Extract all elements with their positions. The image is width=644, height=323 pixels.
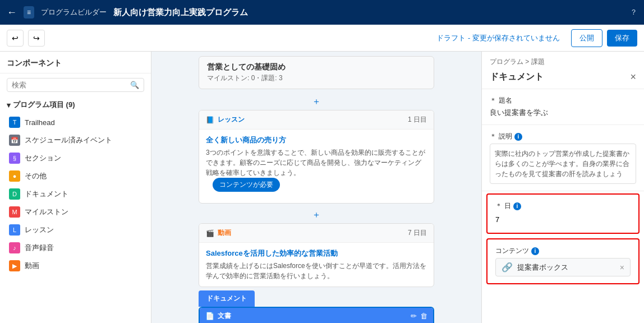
lesson-card: 📘 レッスン 1 日目 全く新しい商品の売り方 3つのポイントを意識することで、… xyxy=(199,110,434,204)
content-needed-button[interactable]: コンテンツが必要 xyxy=(213,178,280,192)
day-required: ＊ xyxy=(495,201,502,211)
day-info-icon[interactable]: i xyxy=(513,202,521,210)
milestone-icon: M xyxy=(9,206,20,218)
breadcrumb-link[interactable]: プログラム > 課題 xyxy=(490,58,545,66)
day-field: ＊ 日 i xyxy=(486,193,640,234)
video-desc: 営業成績を上げるにはSalesforceを使い倒すことが早道です。活用方法を学ん… xyxy=(206,261,427,281)
sidebar-item-schedule[interactable]: 📅 スケジュール済みイベント xyxy=(0,131,151,149)
search-input[interactable] xyxy=(12,81,127,89)
lesson-icon: L xyxy=(9,224,20,236)
doc-type-icon: 📄 xyxy=(205,312,214,320)
video-header: 🎬 動画 7 日目 xyxy=(199,224,434,243)
search-container[interactable]: 🔍 xyxy=(7,78,144,92)
name-value: 良い提案書を学ぶ xyxy=(490,108,636,118)
audio-icon: ♪ xyxy=(9,242,20,253)
lesson-desc: 3つのポイントを意識することで、新しい商品を効果的に販売することができます。顧客… xyxy=(206,147,427,178)
desc-value: 実際に社内のトップ営業が作成した提案書からは多くのことが学べます。自身の業界に合… xyxy=(490,144,636,184)
name-label-text: ＊ xyxy=(490,96,496,105)
close-panel-button[interactable]: × xyxy=(630,71,636,83)
delete-icon[interactable]: 🗑 xyxy=(420,312,427,320)
add-after-milestone[interactable]: ＋ xyxy=(199,94,434,110)
doc-card-header: 📄 文書 ✏ 🗑 xyxy=(200,308,433,323)
sidebar-item-document[interactable]: D ドキュメント xyxy=(0,185,151,203)
help-button[interactable]: ？ xyxy=(630,7,637,17)
desc-required: ＊ xyxy=(490,132,496,141)
save-button[interactable]: 保存 xyxy=(607,30,637,47)
lesson-day-label: 1 日目 xyxy=(408,115,427,124)
day-input[interactable] xyxy=(495,213,631,226)
chevron-icon: ▾ xyxy=(7,101,11,109)
app-icon: ≡ xyxy=(24,6,34,19)
sidebar-item-lesson[interactable]: L レッスン xyxy=(0,221,151,239)
edit-icon[interactable]: ✏ xyxy=(411,312,417,320)
content-item-icon: 🔗 xyxy=(502,262,513,273)
sidebar-item-audio[interactable]: ♪ 音声録音 xyxy=(0,239,151,257)
sidebar-item-section[interactable]: § セクション xyxy=(0,149,151,167)
milestone-card-top: 営業としての基礎固め マイルストン: 0・課題: 3 xyxy=(199,56,434,89)
top-navigation: ← ≡ プログラムビルダー 新人向け営業力向上実践プログラム ？ xyxy=(0,0,644,25)
day-label: ＊ 日 i xyxy=(495,201,631,211)
app-name: プログラムビルダー xyxy=(41,7,107,17)
undo-button[interactable]: ↩ xyxy=(7,30,24,47)
back-button[interactable]: ← xyxy=(7,7,17,19)
sidebar-item-label: Trailhead xyxy=(25,118,55,127)
video-body: Salesforceを活用した効率的な営業活動 営業成績を上げるにはSalesf… xyxy=(199,243,434,287)
video-type-icon: 🎬 xyxy=(206,229,214,237)
lesson-type-icon: 📘 xyxy=(206,116,214,124)
video-icon: ▶ xyxy=(9,260,20,271)
content-label-main: コンテンツ xyxy=(495,246,529,256)
milestone-sub: マイルストン: 0・課題: 3 xyxy=(207,73,426,83)
video-day-label: 7 日目 xyxy=(408,228,427,238)
section-icon: § xyxy=(9,153,20,164)
rp-title: ドキュメント xyxy=(490,71,544,83)
sidebar-item-label: レッスン xyxy=(25,225,54,235)
sidebar-item-trailhead[interactable]: T Trailhead xyxy=(0,113,151,131)
lesson-body: 全く新しい商品の売り方 3つのポイントを意識することで、新しい商品を効果的に販売… xyxy=(199,130,434,203)
program-title: 新人向け営業力向上実践プログラム xyxy=(113,7,623,18)
draft-status: ドラフト - 変更が保存されていません xyxy=(436,33,560,43)
sidebar-item-label: ドキュメント xyxy=(25,189,68,199)
lesson-type-label: レッスン xyxy=(218,115,245,124)
video-title[interactable]: Salesforceを活用した効率的な営業活動 xyxy=(206,248,427,259)
sidebar-item-milestone[interactable]: M マイルストン xyxy=(0,203,151,221)
doc-header-actions: ✏ 🗑 xyxy=(411,312,427,320)
video-card: 🎬 動画 7 日目 Salesforceを活用した効率的な営業活動 営業成績を上… xyxy=(199,223,434,287)
lesson-title[interactable]: 全く新しい商品の売り方 xyxy=(206,135,427,145)
schedule-icon: 📅 xyxy=(9,135,20,146)
content-label: コンテンツ i xyxy=(495,246,631,256)
rp-header: ドキュメント × xyxy=(482,69,644,89)
sidebar-item-label: マイルストン xyxy=(25,207,68,217)
sidebar-item-video[interactable]: ▶ 動画 xyxy=(0,257,151,275)
content-inner: 営業としての基礎固め マイルストン: 0・課題: 3 ＋ 📘 レッスン 1 日目… xyxy=(199,52,434,323)
name-field: ＊ 題名 良い提案書を学ぶ xyxy=(482,89,644,125)
doc-type-label: 文書 xyxy=(218,311,231,321)
lesson-header: 📘 レッスン 1 日目 xyxy=(199,110,434,130)
sidebar-item-label: スケジュール済みイベント xyxy=(25,135,112,145)
sidebar-item-label: 音声録音 xyxy=(25,243,54,253)
desc-info-icon[interactable]: i xyxy=(514,133,522,141)
publish-button[interactable]: 公開 xyxy=(571,29,602,47)
right-panel: プログラム > 課題 ドキュメント × ＊ 題名 良い提案書を学ぶ ＊ 説明 i… xyxy=(481,52,644,323)
toolbar: ↩ ↪ ドラフト - 変更が保存されていません 公開 保存 xyxy=(0,25,644,52)
name-label-main: 題名 xyxy=(499,96,512,105)
content-item: 🔗 提案書ボックス × xyxy=(495,258,631,276)
content-item-remove-button[interactable]: × xyxy=(620,263,624,272)
add-after-lesson[interactable]: ＋ xyxy=(199,207,434,223)
content-field: コンテンツ i 🔗 提案書ボックス × xyxy=(486,238,640,284)
redo-button[interactable]: ↪ xyxy=(28,30,45,47)
sidebar-item-label: セクション xyxy=(25,153,61,163)
doc-card: 📄 文書 ✏ 🗑 良い提案書を学ぶ 実際に社内のトップ営業が作成した提案書からは… xyxy=(199,307,434,323)
sidebar: コンポーネント 🔍 ▾ プログラム項目 (9) T Trailhead 📅 スケ… xyxy=(0,52,151,323)
sidebar-title: コンポーネント xyxy=(0,52,151,73)
trailhead-icon: T xyxy=(9,117,20,128)
doc-tab[interactable]: ドキュメント xyxy=(199,290,255,307)
other-icon: ● xyxy=(9,170,20,182)
main-layout: コンポーネント 🔍 ▾ プログラム項目 (9) T Trailhead 📅 スケ… xyxy=(0,52,644,323)
video-type-label: 動画 xyxy=(218,228,231,238)
sidebar-item-other[interactable]: ● その他 xyxy=(0,167,151,185)
day-label-main: 日 xyxy=(504,201,511,211)
desc-label: ＊ 説明 i xyxy=(490,132,636,141)
name-label: ＊ 題名 xyxy=(490,96,636,105)
content-info-icon[interactable]: i xyxy=(531,247,539,255)
desc-field: ＊ 説明 i 実際に社内のトップ営業が作成した提案書からは多くのことが学べます。… xyxy=(482,125,644,191)
